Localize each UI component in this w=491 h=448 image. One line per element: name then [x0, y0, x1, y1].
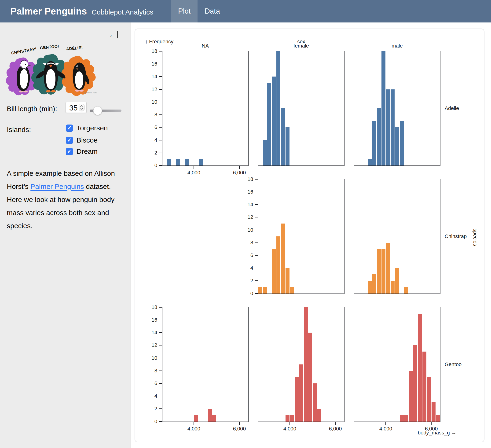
- facet-panel-Adelie-female: [258, 51, 344, 166]
- y-tick-mark: [255, 192, 258, 192]
- x-tick-label: 6,000: [417, 426, 445, 432]
- checkbox-label: Torgersen: [76, 124, 108, 132]
- histogram-bar: [368, 281, 372, 293]
- y-tick-mark: [159, 51, 162, 51]
- y-tick-label: 14: [141, 74, 157, 80]
- y-tick-label: 18: [141, 304, 157, 310]
- x-tick-mark: [194, 166, 194, 169]
- checkbox-row-dream[interactable]: ✓ Dream: [66, 147, 98, 155]
- x-tick-mark: [386, 422, 386, 425]
- bar-glyph: [117, 31, 118, 38]
- y-tick-label: 6: [141, 124, 157, 130]
- histogram-bar: [299, 364, 303, 421]
- histogram-bar: [432, 402, 435, 421]
- histogram-bar: [290, 415, 294, 421]
- y-tick-mark: [159, 358, 162, 358]
- histogram-bar: [281, 108, 285, 165]
- checkbox-dream[interactable]: ✓: [66, 148, 73, 155]
- histogram-bar: [167, 159, 171, 165]
- label-chinstrap: CHINSTRAP!: [11, 47, 37, 56]
- y-tick-mark: [255, 293, 258, 294]
- penguins-artwork: CHINSTRAP! GENTOO! ADÉLIE! @allison_hors…: [5, 41, 97, 96]
- app-subtitle: Cobblepot Analytics: [92, 8, 153, 16]
- histogram-bar: [386, 89, 390, 165]
- slider-handle[interactable]: [93, 106, 102, 115]
- y-tick-mark: [159, 332, 162, 333]
- y-tick-label: 10: [141, 99, 157, 105]
- histogram-bar: [308, 333, 312, 421]
- histogram-bar: [276, 236, 280, 294]
- y-tick-mark: [159, 409, 162, 409]
- histogram-bar: [267, 83, 271, 165]
- y-tick-mark: [159, 102, 162, 102]
- y-tick-mark: [159, 165, 162, 166]
- y-tick-mark: [255, 268, 258, 268]
- histogram-bar: [372, 121, 376, 165]
- y-tick-label: 16: [237, 189, 253, 195]
- y-tick-label: 18: [237, 176, 253, 182]
- histogram-bar: [199, 159, 203, 165]
- histogram-bar: [304, 307, 308, 421]
- histogram-bar: [381, 51, 386, 165]
- y-tick-label: 16: [141, 61, 157, 67]
- histogram-bar: [368, 159, 372, 165]
- sidebar-description: A simple example based on Allison Horst’…: [7, 167, 121, 232]
- x-tick-label: 4,000: [180, 426, 208, 432]
- histogram-bar: [208, 409, 212, 421]
- y-tick-mark: [159, 89, 162, 90]
- tab-data[interactable]: Data: [198, 0, 227, 22]
- y-tick-label: 12: [141, 86, 157, 93]
- y-tick-mark: [255, 217, 258, 218]
- bill-length-slider[interactable]: [90, 105, 122, 116]
- facet-row-title: species: [472, 229, 478, 246]
- y-tick-label: 2: [237, 278, 253, 284]
- checkbox-row-torgersen[interactable]: ✓ Torgersen: [66, 124, 108, 132]
- histogram-bar: [295, 377, 299, 421]
- y-tick-mark: [159, 421, 162, 422]
- histogram-bar: [276, 51, 280, 165]
- y-tick-label: 2: [141, 150, 157, 156]
- checkbox-label: Biscoe: [76, 136, 98, 144]
- histogram-bar: [285, 268, 290, 293]
- y-tick-mark: [159, 140, 162, 140]
- histogram-bar: [381, 249, 386, 294]
- y-tick-label: 4: [237, 265, 253, 271]
- y-tick-label: 8: [237, 240, 253, 246]
- histogram-bar: [377, 108, 381, 165]
- histogram-bar: [400, 121, 404, 165]
- x-tick-label: 4,000: [180, 170, 208, 176]
- y-tick-label: 10: [237, 227, 253, 233]
- collapse-sidebar-icon[interactable]: ←: [109, 31, 118, 38]
- y-tick-label: 0: [141, 419, 157, 425]
- y-tick-label: 16: [141, 317, 157, 323]
- histogram-bar: [263, 287, 267, 294]
- islands-label: Islands:: [7, 126, 31, 134]
- checkbox-row-biscoe[interactable]: ✓ Biscoe: [66, 136, 98, 144]
- y-tick-label: 6: [141, 380, 157, 386]
- app-header: Palmer Penguins Cobblepot Analytics Plot…: [0, 0, 491, 22]
- x-tick-label: 6,000: [225, 170, 254, 176]
- y-tick-label: 6: [237, 252, 253, 258]
- y-tick-mark: [255, 280, 258, 281]
- sidebar: ←: [0, 22, 131, 448]
- y-tick-mark: [159, 396, 162, 396]
- histogram-bar: [272, 76, 276, 165]
- tab-plot[interactable]: Plot: [171, 0, 198, 22]
- bill-length-input[interactable]: 35: [66, 102, 87, 113]
- histogram-bar: [409, 371, 413, 421]
- palmer-penguins-link[interactable]: Palmer Penguins: [30, 182, 84, 190]
- y-tick-label: 12: [141, 342, 157, 348]
- x-tick-label: 4,000: [276, 426, 304, 432]
- facet-panel-Gentoo-female: [258, 307, 344, 422]
- checkbox-biscoe[interactable]: ✓: [66, 137, 73, 144]
- y-tick-mark: [255, 255, 258, 256]
- y-tick-mark: [159, 76, 162, 77]
- y-tick-mark: [255, 242, 258, 243]
- plot-card: ↑ Frequencybody_mass_g →sexNAfemalemaleA…: [135, 29, 484, 442]
- histogram-bar: [377, 249, 381, 294]
- y-axis-title: ↑ Frequency: [145, 39, 173, 45]
- checkbox-torgersen[interactable]: ✓: [66, 124, 73, 132]
- y-tick-mark: [159, 127, 162, 128]
- y-tick-mark: [255, 230, 258, 230]
- number-stepper[interactable]: [79, 104, 85, 111]
